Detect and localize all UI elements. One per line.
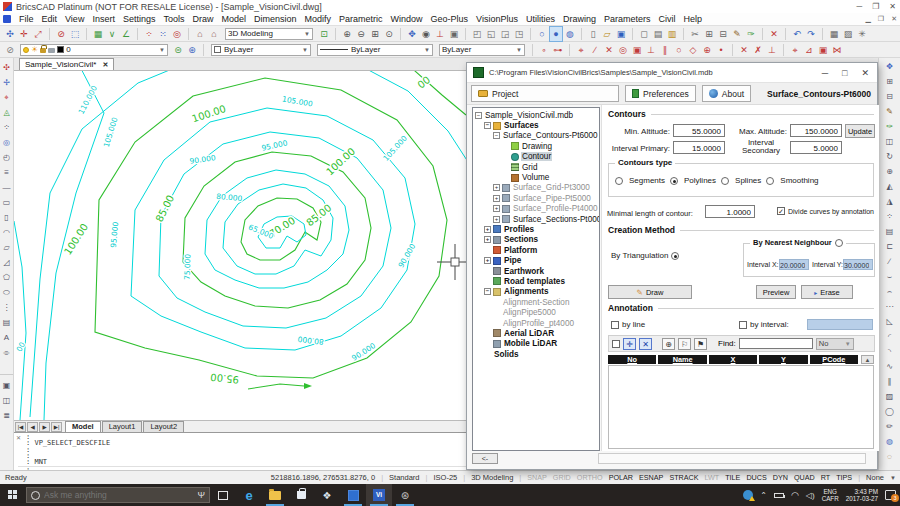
- boundary-icon[interactable]: ✏: [883, 419, 896, 434]
- status-toggle-dyn[interactable]: DYN: [773, 473, 788, 482]
- tree-item-label[interactable]: Volume: [521, 173, 550, 182]
- preferences-button[interactable]: Preferences: [625, 85, 696, 102]
- tree-item[interactable]: Alignment-Section: [473, 297, 599, 307]
- expand-icon[interactable]: +: [493, 184, 500, 191]
- edge-icon[interactable]: e: [236, 484, 262, 506]
- eyedropper-icon[interactable]: ✑: [883, 119, 896, 134]
- microphone-icon[interactable]: Ψ: [197, 490, 205, 500]
- viewport-4-icon[interactable]: ◳: [512, 27, 526, 41]
- bridge-b-icon[interactable]: ⌂: [207, 27, 221, 41]
- visioncivil-app-icon[interactable]: Vi: [366, 484, 392, 506]
- min-altitude-input[interactable]: [673, 124, 725, 137]
- multiline-icon[interactable]: ∥: [883, 374, 896, 389]
- grid-add-button[interactable]: ✛: [623, 338, 636, 350]
- grid-column-name[interactable]: Name: [658, 355, 706, 364]
- tree-item-label[interactable]: Surface_Pipe-Pt5000: [512, 194, 592, 203]
- snap-apparent-icon[interactable]: ⋈: [830, 43, 844, 57]
- start-button[interactable]: [0, 484, 26, 506]
- menu-drawing[interactable]: Drawing: [559, 14, 600, 24]
- dialog-close-button[interactable]: ✕: [861, 68, 869, 78]
- triangulation-radio[interactable]: [671, 252, 679, 260]
- tree-item[interactable]: +Sections: [473, 235, 599, 245]
- pan-icon[interactable]: ✥: [405, 27, 419, 41]
- tree-item[interactable]: −Sample_VisionCivil.mdb: [473, 110, 599, 120]
- text-style-field[interactable]: Standard: [389, 473, 419, 482]
- dialog-minimize-button[interactable]: ─: [822, 68, 828, 78]
- tree-item-label[interactable]: Sections: [503, 235, 539, 244]
- tree-item-label[interactable]: Pipe: [503, 256, 522, 265]
- snap-point-icon[interactable]: •: [714, 43, 728, 57]
- project-button[interactable]: Project: [471, 85, 619, 102]
- layer-combo[interactable]: ☀ 0 ▼: [20, 44, 168, 56]
- point-add-icon[interactable]: ✛: [17, 27, 31, 41]
- sphere-tool-icon[interactable]: ◍: [883, 434, 896, 449]
- tree-item-label[interactable]: Profiles: [503, 225, 535, 234]
- point-export-icon[interactable]: ✢: [0, 75, 13, 90]
- tree-item-label[interactable]: Mobile LiDAR: [503, 339, 558, 348]
- line-tool-icon[interactable]: —: [0, 180, 13, 195]
- status-toggle-esnap[interactable]: ESNAP: [639, 473, 663, 482]
- no-entity-icon[interactable]: ⊘: [54, 27, 68, 41]
- undo-icon[interactable]: ↶: [790, 27, 804, 41]
- tray-expand-icon[interactable]: ⌃: [760, 491, 767, 500]
- by-line-checkbox[interactable]: [611, 321, 619, 329]
- tree-item[interactable]: −Surfaces: [473, 120, 599, 130]
- point-id-icon[interactable]: ⌖: [0, 90, 13, 105]
- tree-item[interactable]: +Surface_Profile-Pt4000: [473, 204, 599, 214]
- fillet-b-icon[interactable]: ◝: [883, 344, 896, 359]
- file-save-icon[interactable]: ▣: [614, 27, 628, 41]
- document-tab[interactable]: Sample_VisionCivil* ✕: [19, 58, 114, 70]
- shade-wireframe-icon[interactable]: ○: [535, 27, 549, 41]
- collapse-icon[interactable]: −: [484, 288, 491, 295]
- menu-utilities[interactable]: Utilities: [522, 14, 559, 24]
- expand-icon[interactable]: +: [493, 205, 500, 212]
- annotation-grid-body[interactable]: [608, 365, 874, 449]
- file-new-icon[interactable]: ▯: [586, 27, 600, 41]
- tree-item-label[interactable]: Platform: [503, 246, 538, 255]
- tree-item-label[interactable]: Earthwork: [503, 267, 545, 276]
- mirror-right-icon[interactable]: ◮: [883, 194, 896, 209]
- language-indicator[interactable]: ENGCAFR: [822, 488, 839, 502]
- viewport-2-icon[interactable]: ◱: [484, 27, 498, 41]
- tree-item[interactable]: +Surface_Pipe-Pt5000: [473, 193, 599, 203]
- viewport-1-icon[interactable]: ◰: [470, 27, 484, 41]
- bridge-a-icon[interactable]: ⌂: [193, 27, 207, 41]
- cut-icon[interactable]: ✂: [688, 27, 702, 41]
- match-properties-icon[interactable]: ✑: [744, 27, 758, 41]
- snap-none-icon[interactable]: ✕: [602, 43, 616, 57]
- text-tool-icon[interactable]: A: [0, 330, 13, 345]
- tree-item-label[interactable]: Aerial LiDAR: [503, 329, 555, 338]
- menu-civil[interactable]: Civil: [655, 14, 680, 24]
- layout-tab-model[interactable]: Model: [65, 421, 101, 432]
- snap-node-icon[interactable]: ▣: [630, 43, 644, 57]
- tree-item[interactable]: Drawing: [473, 141, 599, 151]
- search-input[interactable]: [44, 490, 193, 500]
- mail-app-icon[interactable]: [340, 484, 366, 506]
- snap-parallel-icon[interactable]: ∥: [658, 43, 672, 57]
- point-vector-icon[interactable]: ⤢: [31, 27, 45, 41]
- shade-gouraud-icon[interactable]: ●: [549, 26, 563, 42]
- interval-secondary-input[interactable]: [790, 141, 842, 154]
- lineweight-combo[interactable]: ByLayer ▼: [439, 44, 525, 56]
- tree-item-label[interactable]: Surface_Profile-Pt4000: [512, 204, 599, 213]
- tree-item[interactable]: −Surface_Contours-Pt6000: [473, 131, 599, 141]
- rotate-cw-icon[interactable]: ↻: [883, 149, 896, 164]
- snap-intersection-icon[interactable]: ⊕: [700, 43, 714, 57]
- update-alert-icon[interactable]: [743, 490, 753, 500]
- notification-center-icon[interactable]: 3: [885, 490, 896, 500]
- command-close-icon[interactable]: ✕: [16, 434, 21, 441]
- status-toggle-rt[interactable]: RT: [821, 473, 830, 482]
- collapse-icon[interactable]: −: [484, 122, 491, 129]
- collapse-icon[interactable]: −: [493, 132, 500, 139]
- format-brush-icon[interactable]: ✎: [730, 27, 744, 41]
- grid-pin-all-button[interactable]: ⚑: [694, 338, 707, 350]
- interval-primary-input[interactable]: [673, 141, 725, 154]
- hatch-icon[interactable]: ▨: [841, 27, 855, 41]
- first-tab-button[interactable]: |◀: [15, 422, 26, 432]
- max-altitude-input[interactable]: [790, 124, 842, 137]
- tree-item[interactable]: Volume: [473, 172, 599, 182]
- rotate-tool-icon[interactable]: ◴: [0, 150, 13, 165]
- mirror-left-icon[interactable]: ◭: [883, 179, 896, 194]
- table-icon[interactable]: ▦: [827, 27, 841, 41]
- tree-item[interactable]: AlignProfile_pt4000: [473, 318, 599, 328]
